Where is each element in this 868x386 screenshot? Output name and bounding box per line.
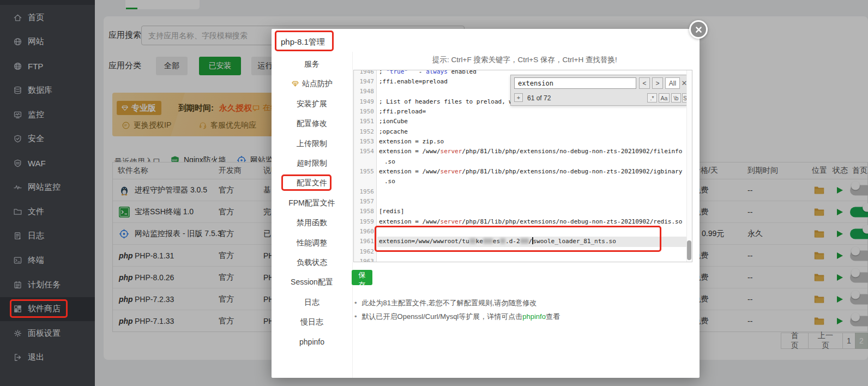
censored-text: [483, 238, 493, 244]
modal-menu-label: 安装扩展: [297, 96, 327, 111]
search-add-button[interactable]: +: [514, 93, 523, 102]
editor-line: 1954extension = /www/server/php/81/lib/p…: [354, 147, 692, 156]
line-number: 1955: [354, 167, 374, 177]
censored-text: [520, 238, 529, 244]
line-content: ;ionCube: [379, 117, 408, 126]
line-number: 1952: [354, 127, 374, 137]
line-number: 1961: [354, 237, 374, 246]
editor-line: 1956: [354, 187, 692, 197]
modal-menu-item-7[interactable]: FPM配置文件: [272, 195, 352, 210]
line-content: extension = /www/server/php/81/lib/php/e…: [379, 217, 682, 227]
search-next-button[interactable]: >: [652, 77, 663, 89]
editor-line-active: 1961extension=/www/wwwroot/tukees.d-2/sw…: [354, 237, 692, 246]
modal-menu-label: 服务: [304, 56, 320, 71]
modal-menu-label: 负载状态: [297, 255, 327, 270]
close-icon[interactable]: [689, 20, 708, 39]
modal-note-0: 此处为81主配置文件,若您不了解配置规则,请勿随意修改: [354, 298, 537, 308]
modal-note-1: 默认已开启Openssl/Curl/Mysql等扩展，详情可点击phpinfo查…: [354, 312, 560, 322]
line-number: 1956: [354, 187, 374, 197]
search-prev-button[interactable]: <: [639, 77, 650, 89]
line-content: extension = /www/server/php/81/lib/php/e…: [379, 147, 682, 156]
line-number: 1948: [354, 87, 374, 96]
modal-menu-item-11[interactable]: Session配置: [272, 274, 352, 290]
baota-panel: 首页网站FTP数据库监控安全WAF网站监控文件日志终端计划任务软件商店面板设置退…: [0, 0, 868, 386]
censored-text: [469, 238, 476, 244]
editor-line: 1950;ffi.preload=: [354, 107, 692, 117]
line-number: 1950: [354, 107, 374, 117]
modal-menu-item-9[interactable]: 性能调整: [272, 235, 352, 250]
line-content: extension=/www/wwwroot/tukees.d-2/swoole…: [379, 237, 616, 246]
search-word-toggle[interactable]: \b: [671, 93, 681, 102]
modal-menu-label: Session配置: [291, 274, 333, 290]
modal-menu-label: phpinfo: [299, 334, 324, 349]
editor-line: 1953extension = zip.so: [354, 137, 692, 147]
modal-menu-item-12[interactable]: 日志: [272, 294, 352, 310]
line-content: .so: [384, 177, 395, 186]
editor-line: 1958[redis]: [354, 207, 692, 216]
modal-title: php-8.1管理: [281, 37, 325, 47]
modal-menu-label: 上传限制: [297, 136, 327, 151]
editor-line: 1952;opcache: [354, 127, 692, 137]
line-number: 1959: [354, 217, 374, 227]
modal-menu-item-8[interactable]: 禁用函数: [272, 215, 352, 230]
modal-menu-label: 性能调整: [297, 235, 327, 250]
modal-menu-label: 日志: [304, 294, 320, 310]
line-content: ; "true" - always enabled: [379, 70, 477, 77]
modal-menu-item-1[interactable]: 站点防护: [272, 76, 352, 91]
line-content: .so: [384, 157, 395, 167]
editor-line: 1955extension = /www/server/php/81/lib/p…: [354, 167, 692, 177]
line-content: ;ffi.enable=preload: [379, 77, 448, 87]
line-number: 1962: [354, 247, 374, 257]
modal-menu-label: 配置修改: [297, 116, 327, 131]
line-content: [redis]: [379, 207, 404, 216]
modal-menu-label: 站点防护: [302, 76, 333, 91]
modal-menu-item-14[interactable]: phpinfo: [272, 334, 352, 349]
php-manage-modal: php-8.1管理 服务站点防护安装扩展配置修改上传限制超时限制配置文件FPM配…: [272, 29, 700, 378]
editor-line: .so: [354, 157, 692, 167]
editor-line: 1957: [354, 197, 692, 207]
diamond-icon: [291, 80, 299, 88]
search-case-toggle[interactable]: Aa: [659, 93, 670, 102]
editor-line: 1962: [354, 247, 692, 257]
line-number: 1951: [354, 117, 374, 126]
editor-tip: 提示: Ctrl+F 搜索关键字，Ctrl+S 保存，Ctrl+H 查找替换!: [432, 55, 617, 65]
modal-menu-label: 超时限制: [297, 155, 327, 171]
line-number: 1957: [354, 197, 374, 207]
config-file-editor[interactable]: 1946; "true" - always enabled1947;ffi.en…: [353, 70, 692, 262]
line-number: 1954: [354, 147, 374, 156]
scrollbar-thumb[interactable]: [687, 240, 691, 260]
modal-menu-label: 慢日志: [300, 314, 323, 329]
modal-menu-item-10[interactable]: 负载状态: [272, 255, 352, 270]
modal-menu-item-6[interactable]: 配置文件: [272, 175, 352, 190]
search-query-input[interactable]: [514, 77, 636, 89]
censored-text: [500, 238, 505, 244]
editor-line: 1951;ionCube: [354, 117, 692, 126]
modal-menu-item-5[interactable]: 超时限制: [272, 155, 352, 171]
modal-menu-item-4[interactable]: 上传限制: [272, 136, 352, 151]
search-match-count: 61 of 72: [527, 94, 551, 102]
modal-menu-item-0[interactable]: 服务: [272, 56, 352, 71]
line-number: 1963: [354, 257, 374, 262]
modal-menu: 服务站点防护安装扩展配置修改上传限制超时限制配置文件FPM配置文件禁用函数性能调…: [272, 52, 352, 378]
modal-menu-item-3[interactable]: 配置修改: [272, 116, 352, 131]
line-number: 1947: [354, 77, 374, 87]
line-content: extension = /www/server/php/81/lib/php/e…: [379, 167, 682, 177]
search-all-button[interactable]: All: [665, 77, 680, 89]
editor-line: 1960: [354, 227, 692, 237]
phpinfo-link[interactable]: phpinfo: [522, 312, 546, 321]
modal-menu-item-13[interactable]: 慢日志: [272, 314, 352, 329]
line-content: extension = zip.so: [379, 137, 444, 147]
line-number: 1949: [354, 97, 374, 107]
line-number: 1953: [354, 137, 374, 147]
editor-line: 1963: [354, 257, 692, 262]
search-dialog: < > All ✕ + 61 of 72 .* Aa \b S: [510, 75, 688, 106]
save-button[interactable]: 保存: [352, 270, 372, 285]
modal-menu-label: 配置文件: [297, 175, 327, 190]
line-content: ;ffi.preload=: [379, 107, 426, 117]
editor-scrollbar[interactable]: [686, 70, 692, 262]
modal-menu-item-2[interactable]: 安装扩展: [272, 96, 352, 111]
editor-line: .so: [354, 177, 692, 186]
search-regex-toggle[interactable]: .*: [647, 93, 657, 102]
menu-divider: [352, 52, 353, 378]
modal-menu-label: FPM配置文件: [288, 195, 335, 210]
